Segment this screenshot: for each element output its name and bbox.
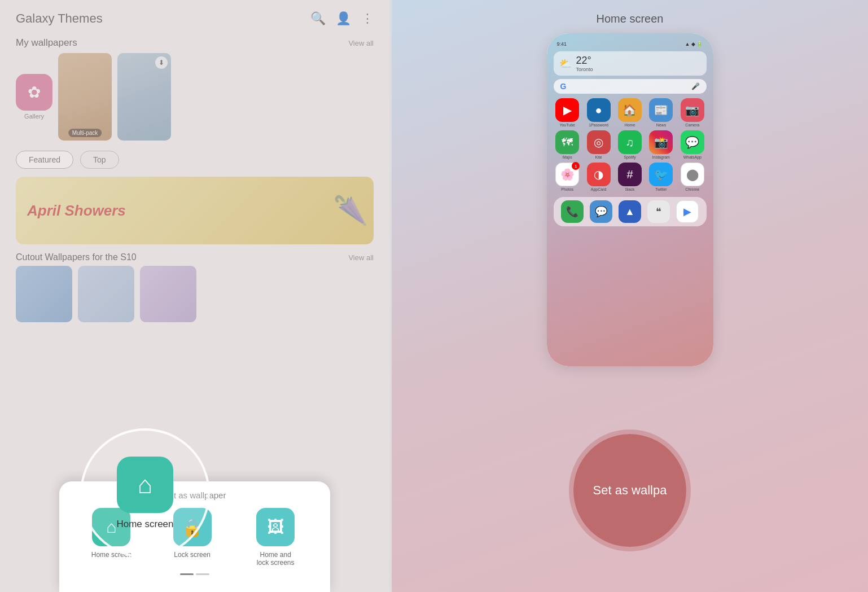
weather-icon: ⛅ (559, 58, 572, 70)
app-label-photos: Photos (561, 187, 573, 191)
app-label-home: Home (625, 123, 635, 127)
weather-location: Toronto (576, 67, 593, 72)
app-icon-appcard: ◑ (587, 163, 611, 186)
phone-dock: 📞 💬 ▲ ❝ ▶ (554, 197, 707, 226)
mic-icon: 🎤 (691, 82, 700, 90)
app-label-youtube: YouTube (559, 123, 575, 127)
app-label-twitter: Twitter (655, 187, 667, 191)
indicator-dot-2 (196, 573, 209, 575)
weather-temp: 22° (576, 55, 593, 67)
app-label-maps: Maps (563, 155, 572, 159)
dialog-indicator (71, 573, 319, 575)
left-panel: Galaxy Themes 🔍 👤 ⋮ My wallpapers View a… (0, 0, 389, 592)
app-grid-row-3: 🌸 1 Photos ◑ AppCard # Slack 🐦 (551, 163, 709, 195)
app-icon-camera: 📷 (681, 98, 704, 122)
home-lock-icon: 🖼 (256, 508, 295, 546)
app-cell-chrome[interactable]: ⬤ Chrome (678, 163, 706, 191)
phone-mockup: 9:41 ▲ ◆ 🔋 ⛅ 22° Toronto G 🎤 ▶ (547, 33, 713, 366)
app-icon-news: 📰 (649, 98, 673, 122)
dialog-option-both[interactable]: 🖼 Home and lock screens (253, 508, 298, 567)
app-cell-slack[interactable]: # Slack (616, 163, 643, 191)
phone-status-icons: ▲ ◆ 🔋 (685, 41, 703, 47)
phone-status-time: 9:41 (557, 41, 567, 47)
dock-maps[interactable]: ▲ (619, 200, 641, 223)
app-icon-photos: 🌸 1 (555, 163, 579, 186)
app-cell-whatsapp[interactable]: 💬 WhatsApp (678, 130, 706, 159)
phone-screen: 9:41 ▲ ◆ 🔋 ⛅ 22° Toronto G 🎤 ▶ (547, 33, 713, 366)
app-icon-spotify: ♫ (618, 130, 642, 154)
app-label-spotify: Spotify (624, 155, 635, 159)
app-cell-news[interactable]: 📰 News (647, 98, 675, 127)
app-label-slack: Slack (625, 187, 634, 191)
dock-messages[interactable]: 💬 (590, 200, 612, 223)
home-circle-label: Home screen (116, 519, 173, 530)
app-label-news: News (656, 123, 667, 127)
app-label-camera: Camera (685, 123, 699, 127)
home-lock-label: Home and lock screens (253, 551, 298, 567)
home-circle-icon: ⌂ (117, 457, 173, 513)
app-icon-home: 🏠 (618, 98, 642, 122)
app-label-kite: Kite (595, 155, 602, 159)
app-label-whatsapp: WhatsApp (683, 155, 702, 159)
weather-widget: ⛅ 22° Toronto (554, 51, 707, 76)
dock-contacts[interactable]: ❝ (647, 200, 670, 223)
app-cell-kite[interactable]: ◎ Kite (585, 130, 612, 159)
lock-screen-label: Lock screen (174, 551, 211, 559)
app-cell-twitter[interactable]: 🐦 Twitter (647, 163, 675, 191)
app-cell-home[interactable]: 🏠 Home (616, 98, 643, 127)
app-cell-appcard[interactable]: ◑ AppCard (585, 163, 612, 191)
app-cell-1pass[interactable]: ● 1Password (585, 98, 612, 127)
app-icon-kite: ◎ (587, 130, 611, 154)
app-icon-chrome: ⬤ (681, 163, 704, 186)
dock-play-store[interactable]: ▶ (676, 200, 699, 223)
right-panel-title: Home screen (597, 0, 664, 33)
app-cell-instagram[interactable]: 📸 Instagram (647, 130, 675, 159)
app-label-1pass: 1Password (589, 123, 608, 127)
app-grid-row-2: 🗺 Maps ◎ Kite ♫ Spotify 📸 Instagram (551, 130, 709, 163)
right-panel: Home screen 9:41 ▲ ◆ 🔋 ⛅ 22° Toronto G 🎤 (392, 0, 868, 592)
app-cell-photos[interactable]: 🌸 1 Photos (554, 163, 581, 191)
google-g: G (560, 82, 567, 91)
app-icon-maps: 🗺 (555, 130, 579, 154)
home-screen-circle-highlight: ⌂ Home screen (80, 428, 210, 558)
app-label-appcard: AppCard (591, 187, 607, 191)
app-label-instagram: Instagram (652, 155, 670, 159)
app-icon-whatsapp: 💬 (681, 130, 704, 154)
app-icon-1pass: ● (587, 98, 611, 122)
app-cell-camera[interactable]: 📷 Camera (678, 98, 706, 127)
dock-phone[interactable]: 📞 (561, 200, 584, 223)
app-cell-maps[interactable]: 🗺 Maps (554, 130, 581, 159)
app-cell-spotify[interactable]: ♫ Spotify (616, 130, 643, 159)
app-grid-row-1: ▶ YouTube ● 1Password 🏠 Home 📰 News (551, 98, 709, 130)
phone-status-bar: 9:41 ▲ ◆ 🔋 (551, 39, 709, 49)
app-icon-youtube: ▶ (555, 98, 579, 122)
indicator-dot-1 (180, 573, 194, 575)
photos-badge: 1 (572, 162, 580, 170)
app-cell-youtube[interactable]: ▶ YouTube (554, 98, 581, 127)
app-icon-slack: # (618, 163, 642, 186)
app-label-chrome: Chrome (685, 187, 699, 191)
set-wallpaper-label: Set as wallpa (584, 483, 676, 498)
phone-search-bar[interactable]: G 🎤 (554, 79, 707, 94)
app-icon-instagram: 📸 (649, 130, 673, 154)
app-icon-twitter: 🐦 (649, 163, 673, 186)
set-as-wallpaper-button[interactable]: Set as wallpa (573, 434, 686, 547)
